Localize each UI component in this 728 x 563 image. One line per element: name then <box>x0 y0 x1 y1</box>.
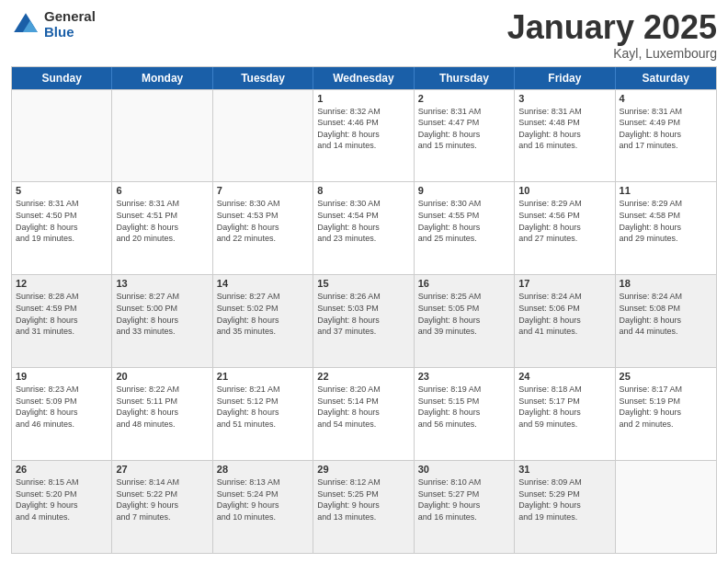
day-info: Sunrise: 8:20 AM Sunset: 5:14 PM Dayligh… <box>317 384 409 430</box>
day-number: 18 <box>620 278 712 289</box>
day-number: 11 <box>620 185 712 196</box>
day-number: 12 <box>16 278 108 289</box>
weekday-header-friday: Friday <box>515 67 615 89</box>
calendar-cell: 26Sunrise: 8:15 AM Sunset: 5:20 PM Dayli… <box>12 461 112 553</box>
calendar-cell: 24Sunrise: 8:18 AM Sunset: 5:17 PM Dayli… <box>515 368 615 460</box>
calendar-cell: 4Sunrise: 8:31 AM Sunset: 4:49 PM Daylig… <box>616 90 716 182</box>
day-info: Sunrise: 8:12 AM Sunset: 5:25 PM Dayligh… <box>317 477 409 523</box>
weekday-header-thursday: Thursday <box>415 67 515 89</box>
day-number: 22 <box>317 371 409 382</box>
calendar-cell: 19Sunrise: 8:23 AM Sunset: 5:09 PM Dayli… <box>12 368 112 460</box>
calendar-cell: 28Sunrise: 8:13 AM Sunset: 5:24 PM Dayli… <box>213 461 313 553</box>
day-number: 27 <box>116 464 208 475</box>
calendar-cell: 29Sunrise: 8:12 AM Sunset: 5:25 PM Dayli… <box>313 461 414 553</box>
day-number: 23 <box>418 371 510 382</box>
day-info: Sunrise: 8:30 AM Sunset: 4:53 PM Dayligh… <box>217 198 309 244</box>
calendar-cell: 5Sunrise: 8:31 AM Sunset: 4:50 PM Daylig… <box>12 182 112 274</box>
day-info: Sunrise: 8:09 AM Sunset: 5:29 PM Dayligh… <box>518 477 610 523</box>
day-info: Sunrise: 8:29 AM Sunset: 4:56 PM Dayligh… <box>518 198 610 244</box>
calendar-cell: 1Sunrise: 8:32 AM Sunset: 4:46 PM Daylig… <box>313 90 414 182</box>
calendar-cell: 7Sunrise: 8:30 AM Sunset: 4:53 PM Daylig… <box>213 182 313 274</box>
day-info: Sunrise: 8:26 AM Sunset: 5:03 PM Dayligh… <box>317 291 409 337</box>
day-info: Sunrise: 8:10 AM Sunset: 5:27 PM Dayligh… <box>418 477 510 523</box>
day-info: Sunrise: 8:31 AM Sunset: 4:51 PM Dayligh… <box>116 198 208 244</box>
day-number: 2 <box>418 93 510 104</box>
day-info: Sunrise: 8:27 AM Sunset: 5:02 PM Dayligh… <box>217 291 309 337</box>
calendar-cell: 16Sunrise: 8:25 AM Sunset: 5:05 PM Dayli… <box>415 275 515 367</box>
page: General Blue January 2025 Kayl, Luxembou… <box>0 0 728 563</box>
calendar-row-0: 1Sunrise: 8:32 AM Sunset: 4:46 PM Daylig… <box>12 89 716 182</box>
calendar-header: SundayMondayTuesdayWednesdayThursdayFrid… <box>12 67 716 89</box>
day-number: 17 <box>518 278 610 289</box>
day-info: Sunrise: 8:31 AM Sunset: 4:48 PM Dayligh… <box>518 106 610 152</box>
day-info: Sunrise: 8:31 AM Sunset: 4:50 PM Dayligh… <box>16 198 108 244</box>
weekday-header-wednesday: Wednesday <box>313 67 414 89</box>
day-info: Sunrise: 8:29 AM Sunset: 4:58 PM Dayligh… <box>620 198 712 244</box>
logo-icon <box>11 10 40 40</box>
day-info: Sunrise: 8:13 AM Sunset: 5:24 PM Dayligh… <box>217 477 309 523</box>
day-number: 10 <box>518 185 610 196</box>
weekday-header-tuesday: Tuesday <box>213 67 313 89</box>
day-number: 15 <box>317 278 409 289</box>
day-info: Sunrise: 8:31 AM Sunset: 4:49 PM Dayligh… <box>620 106 712 152</box>
day-number: 28 <box>217 464 309 475</box>
calendar-cell: 9Sunrise: 8:30 AM Sunset: 4:55 PM Daylig… <box>415 182 515 274</box>
day-info: Sunrise: 8:18 AM Sunset: 5:17 PM Dayligh… <box>518 384 610 430</box>
day-number: 20 <box>116 371 208 382</box>
calendar-row-4: 26Sunrise: 8:15 AM Sunset: 5:20 PM Dayli… <box>12 460 716 553</box>
day-info: Sunrise: 8:17 AM Sunset: 5:19 PM Dayligh… <box>620 384 712 430</box>
day-number: 7 <box>217 185 309 196</box>
day-info: Sunrise: 8:24 AM Sunset: 5:08 PM Dayligh… <box>620 291 712 337</box>
day-number: 19 <box>16 371 108 382</box>
day-number: 14 <box>217 278 309 289</box>
day-number: 5 <box>16 185 108 196</box>
day-info: Sunrise: 8:31 AM Sunset: 4:47 PM Dayligh… <box>418 106 510 152</box>
day-info: Sunrise: 8:30 AM Sunset: 4:55 PM Dayligh… <box>418 198 510 244</box>
day-number: 26 <box>16 464 108 475</box>
day-info: Sunrise: 8:27 AM Sunset: 5:00 PM Dayligh… <box>116 291 208 337</box>
calendar-row-1: 5Sunrise: 8:31 AM Sunset: 4:50 PM Daylig… <box>12 181 716 274</box>
month-title: January 2025 <box>507 9 717 46</box>
day-number: 24 <box>518 371 610 382</box>
calendar-cell: 14Sunrise: 8:27 AM Sunset: 5:02 PM Dayli… <box>213 275 313 367</box>
day-info: Sunrise: 8:32 AM Sunset: 4:46 PM Dayligh… <box>317 106 409 152</box>
calendar-row-2: 12Sunrise: 8:28 AM Sunset: 4:59 PM Dayli… <box>12 274 716 367</box>
title-area: January 2025 Kayl, Luxembourg <box>507 9 717 61</box>
logo-general-text: General <box>44 9 96 25</box>
logo: General Blue <box>11 9 96 40</box>
day-info: Sunrise: 8:19 AM Sunset: 5:15 PM Dayligh… <box>418 384 510 430</box>
location: Kayl, Luxembourg <box>507 46 717 61</box>
calendar-cell: 22Sunrise: 8:20 AM Sunset: 5:14 PM Dayli… <box>313 368 414 460</box>
day-info: Sunrise: 8:25 AM Sunset: 5:05 PM Dayligh… <box>418 291 510 337</box>
day-number: 29 <box>317 464 409 475</box>
calendar-cell: 2Sunrise: 8:31 AM Sunset: 4:47 PM Daylig… <box>415 90 515 182</box>
calendar-cell: 6Sunrise: 8:31 AM Sunset: 4:51 PM Daylig… <box>112 182 212 274</box>
weekday-header-monday: Monday <box>112 67 212 89</box>
calendar-cell: 30Sunrise: 8:10 AM Sunset: 5:27 PM Dayli… <box>415 461 515 553</box>
weekday-header-saturday: Saturday <box>616 67 716 89</box>
calendar-cell: 12Sunrise: 8:28 AM Sunset: 4:59 PM Dayli… <box>12 275 112 367</box>
calendar-cell: 25Sunrise: 8:17 AM Sunset: 5:19 PM Dayli… <box>616 368 716 460</box>
calendar-row-3: 19Sunrise: 8:23 AM Sunset: 5:09 PM Dayli… <box>12 367 716 460</box>
day-number: 16 <box>418 278 510 289</box>
calendar-cell: 20Sunrise: 8:22 AM Sunset: 5:11 PM Dayli… <box>112 368 212 460</box>
calendar-cell: 15Sunrise: 8:26 AM Sunset: 5:03 PM Dayli… <box>313 275 414 367</box>
calendar-cell: 31Sunrise: 8:09 AM Sunset: 5:29 PM Dayli… <box>515 461 615 553</box>
calendar-body: 1Sunrise: 8:32 AM Sunset: 4:46 PM Daylig… <box>12 89 716 553</box>
calendar-cell <box>213 90 313 182</box>
logo-blue-text: Blue <box>44 25 96 40</box>
calendar-cell: 18Sunrise: 8:24 AM Sunset: 5:08 PM Dayli… <box>616 275 716 367</box>
calendar-cell: 13Sunrise: 8:27 AM Sunset: 5:00 PM Dayli… <box>112 275 212 367</box>
calendar-cell: 10Sunrise: 8:29 AM Sunset: 4:56 PM Dayli… <box>515 182 615 274</box>
header: General Blue January 2025 Kayl, Luxembou… <box>11 9 717 61</box>
day-number: 1 <box>317 93 409 104</box>
calendar-cell: 8Sunrise: 8:30 AM Sunset: 4:54 PM Daylig… <box>313 182 414 274</box>
calendar-cell <box>112 90 212 182</box>
day-number: 13 <box>116 278 208 289</box>
day-info: Sunrise: 8:30 AM Sunset: 4:54 PM Dayligh… <box>317 198 409 244</box>
day-number: 6 <box>116 185 208 196</box>
day-number: 8 <box>317 185 409 196</box>
calendar: SundayMondayTuesdayWednesdayThursdayFrid… <box>11 66 717 554</box>
calendar-cell: 11Sunrise: 8:29 AM Sunset: 4:58 PM Dayli… <box>616 182 716 274</box>
day-number: 21 <box>217 371 309 382</box>
